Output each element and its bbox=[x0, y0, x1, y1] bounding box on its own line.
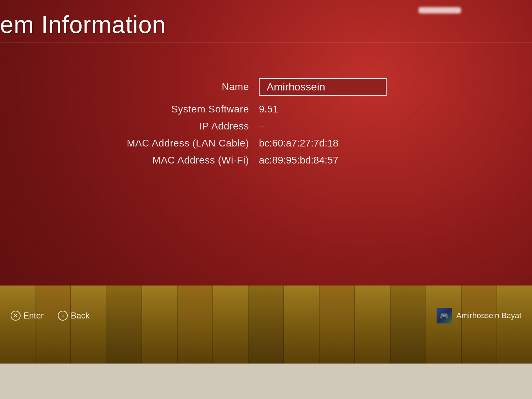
footer-controls: ✕ Enter ○ Back bbox=[11, 311, 90, 321]
enter-icon: ✕ bbox=[11, 311, 21, 321]
value-ip-address: – bbox=[259, 121, 265, 132]
back-button[interactable]: ○ Back bbox=[58, 311, 89, 321]
floor bbox=[0, 364, 532, 399]
label-name: Name bbox=[124, 81, 259, 93]
label-system-software: System Software bbox=[124, 104, 259, 115]
label-mac-wifi: MAC Address (Wi-Fi) bbox=[124, 155, 259, 166]
footer: ✕ Enter ○ Back 🎮 Amirhossein Bayat bbox=[0, 301, 532, 330]
divider-top bbox=[0, 43, 532, 43]
label-mac-lan: MAC Address (LAN Cable) bbox=[124, 138, 259, 149]
back-icon: ○ bbox=[58, 311, 68, 321]
value-system-software: 9.51 bbox=[259, 104, 278, 115]
value-mac-lan: bc:60:a7:27:7d:18 bbox=[259, 138, 338, 149]
info-row-system-software: System Software 9.51 bbox=[124, 104, 408, 115]
value-mac-wifi: ac:89:95:bd:84:57 bbox=[259, 155, 338, 166]
enter-label: Enter bbox=[23, 311, 44, 321]
info-row-mac-wifi: MAC Address (Wi-Fi) ac:89:95:bd:84:57 bbox=[124, 155, 408, 166]
value-name: Amirhossein bbox=[259, 78, 387, 96]
screen-content: em Information Name Amirhossein System S… bbox=[0, 0, 532, 309]
info-container: Name Amirhossein System Software 9.51 IP… bbox=[0, 78, 532, 169]
user-info: 🎮 Amirhossein Bayat bbox=[437, 308, 521, 323]
info-row-ip-address: IP Address – bbox=[124, 121, 408, 132]
info-row-name: Name Amirhossein bbox=[124, 78, 408, 96]
page-title: em Information bbox=[0, 11, 166, 38]
enter-button[interactable]: ✕ Enter bbox=[11, 311, 44, 321]
back-label: Back bbox=[71, 311, 89, 321]
divider-bottom bbox=[0, 298, 532, 298]
user-name: Amirhossein Bayat bbox=[456, 311, 521, 320]
user-avatar: 🎮 bbox=[437, 308, 452, 323]
info-row-mac-lan: MAC Address (LAN Cable) bc:60:a7:27:7d:1… bbox=[124, 138, 408, 149]
label-ip-address: IP Address bbox=[124, 121, 259, 132]
